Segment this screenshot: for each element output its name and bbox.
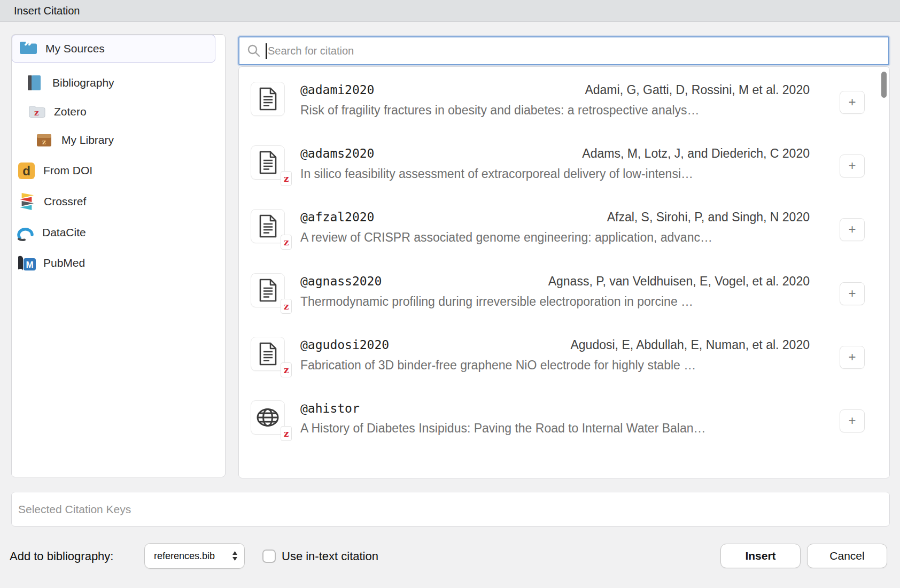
document-icon: z — [251, 209, 285, 243]
use-intext-citation-checkbox[interactable] — [262, 550, 276, 563]
citation-title: In silico feasibility assessment of extr… — [300, 167, 810, 181]
citation-search-box — [238, 36, 889, 65]
svg-text:d: d — [22, 164, 30, 178]
sources-folder-icon: ” — [19, 40, 38, 58]
citation-authors: Adami, G, Gatti, D, Rossini, M et al. 20… — [585, 83, 810, 97]
book-icon — [27, 75, 41, 91]
cancel-button[interactable]: Cancel — [807, 544, 887, 568]
dialog-title: Insert Citation — [14, 5, 80, 17]
citation-row[interactable]: z @agudosi2020 Agudosi, E, Abdullah, E, … — [251, 337, 865, 373]
insert-button[interactable]: Insert — [720, 544, 801, 568]
search-icon — [247, 44, 261, 58]
crossref-icon — [19, 193, 35, 210]
bibliography-file-select[interactable]: references.bib — [144, 543, 245, 569]
sidebar-item-label: From DOI — [43, 164, 92, 177]
citation-key: @agnass2020 — [300, 274, 382, 288]
citation-row[interactable]: z @ahistor A History of Diabetes Insipid… — [251, 400, 865, 437]
library-box-icon: z — [36, 133, 52, 148]
globe-icon: z — [251, 400, 285, 435]
citation-authors: Agnass, P, van Veldhuisen, E, Vogel, et … — [548, 274, 810, 289]
select-arrows-icon — [232, 551, 238, 561]
document-icon: z — [251, 337, 285, 371]
citation-text: @ahistor A History of Diabetes Insipidus… — [300, 400, 810, 437]
citation-results-list: @adami2020 Adami, G, Gatti, D, Rossini, … — [238, 66, 890, 478]
citation-key: @afzal2020 — [300, 210, 374, 224]
sidebar-item-label: Crossref — [44, 195, 86, 208]
citation-title: A History of Diabetes Insipidus: Paving … — [300, 421, 810, 436]
citation-title: Thermodynamic profiling during irreversi… — [300, 295, 810, 309]
use-intext-citation-label: Use in-text citation — [282, 550, 378, 563]
citation-text: @afzal2020 Afzal, S, Sirohi, P, and Sing… — [300, 209, 810, 245]
dialog-title-bar: Insert Citation — [0, 0, 900, 22]
sidebar-item-my-sources[interactable]: ” My Sources — [12, 35, 215, 63]
citation-title: Risk of fragility fractures in obesity a… — [300, 103, 810, 118]
citation-row[interactable]: @adami2020 Adami, G, Gatti, D, Rossini, … — [251, 82, 865, 118]
svg-text:M: M — [26, 260, 33, 270]
add-citation-button[interactable]: + — [840, 346, 865, 369]
zotero-badge-icon: z — [281, 426, 292, 441]
zotero-folder-icon: z — [28, 104, 46, 119]
citation-text: @adams2020 Adams, M, Lotz, J, and Dieder… — [300, 145, 810, 182]
citation-authors: Agudosi, E, Abdullah, E, Numan, et al. 2… — [570, 338, 810, 352]
document-icon — [251, 82, 285, 116]
sidebar-item-label: DataCite — [42, 226, 86, 239]
datacite-icon — [17, 225, 35, 241]
svg-text:”: ” — [24, 40, 33, 56]
add-citation-button[interactable]: + — [840, 409, 865, 432]
citation-title: Fabrication of 3D binder-free graphene N… — [300, 358, 810, 373]
document-icon: z — [251, 273, 285, 307]
citation-key: @ahistor — [300, 401, 360, 415]
sidebar-item-label: Bibliography — [52, 76, 114, 89]
pubmed-icon: M — [17, 255, 36, 272]
selected-citation-keys-input[interactable] — [18, 492, 889, 526]
citation-key: @adams2020 — [300, 146, 374, 160]
citation-key: @agudosi2020 — [300, 338, 389, 352]
sidebar-item-label: My Sources — [45, 42, 105, 55]
citation-text: @agudosi2020 Agudosi, E, Abdullah, E, Nu… — [300, 337, 810, 373]
add-citation-button[interactable]: + — [840, 218, 865, 241]
sidebar-item-my-library[interactable]: z My Library — [36, 129, 114, 151]
citation-text: @adami2020 Adami, G, Gatti, D, Rossini, … — [300, 82, 810, 118]
add-to-bibliography-label: Add to bibliography: — [10, 550, 113, 563]
add-citation-button[interactable]: + — [840, 154, 865, 177]
citation-title: A review of CRISPR associated genome eng… — [300, 230, 810, 245]
sources-sidebar: ” My Sources Bibliography z Zotero — [11, 34, 226, 477]
citation-row[interactable]: z @afzal2020 Afzal, S, Sirohi, P, and Si… — [251, 209, 865, 245]
sidebar-item-from-doi[interactable]: d From DOI — [18, 160, 92, 181]
citation-text: @agnass2020 Agnass, P, van Veldhuisen, E… — [300, 273, 810, 310]
search-input[interactable] — [267, 37, 888, 64]
svg-text:z: z — [34, 108, 39, 118]
citation-row[interactable]: z @agnass2020 Agnass, P, van Veldhuisen,… — [251, 273, 865, 310]
add-citation-button[interactable]: + — [840, 282, 865, 305]
zotero-badge-icon: z — [281, 235, 292, 250]
sidebar-item-datacite[interactable]: DataCite — [17, 222, 86, 243]
add-citation-button[interactable]: + — [840, 91, 865, 114]
citation-authors: Afzal, S, Sirohi, P, and Singh, N 2020 — [607, 210, 810, 225]
sidebar-item-pubmed[interactable]: M PubMed — [17, 252, 85, 274]
sidebar-item-label: My Library — [61, 134, 114, 146]
citation-row[interactable]: z @adams2020 Adams, M, Lotz, J, and Died… — [251, 145, 865, 182]
citation-authors: Adams, M, Lotz, J, and Diederich, C 2020 — [582, 146, 810, 161]
sidebar-item-crossref[interactable]: Crossref — [19, 191, 86, 212]
svg-text:z: z — [42, 138, 46, 146]
zotero-badge-icon: z — [281, 362, 292, 377]
doi-icon: d — [18, 163, 35, 179]
bibliography-file-value: references.bib — [154, 551, 232, 562]
sidebar-item-zotero[interactable]: z Zotero — [28, 101, 87, 122]
sidebar-item-label: PubMed — [43, 257, 85, 269]
scrollbar-thumb[interactable] — [881, 72, 887, 98]
zotero-badge-icon: z — [281, 171, 292, 186]
citation-key: @adami2020 — [300, 83, 374, 97]
sidebar-item-bibliography[interactable]: Bibliography — [27, 72, 114, 94]
selected-citation-keys-box — [11, 492, 890, 527]
zotero-badge-icon: z — [281, 299, 292, 314]
sidebar-item-label: Zotero — [54, 105, 87, 118]
document-icon: z — [251, 145, 285, 180]
